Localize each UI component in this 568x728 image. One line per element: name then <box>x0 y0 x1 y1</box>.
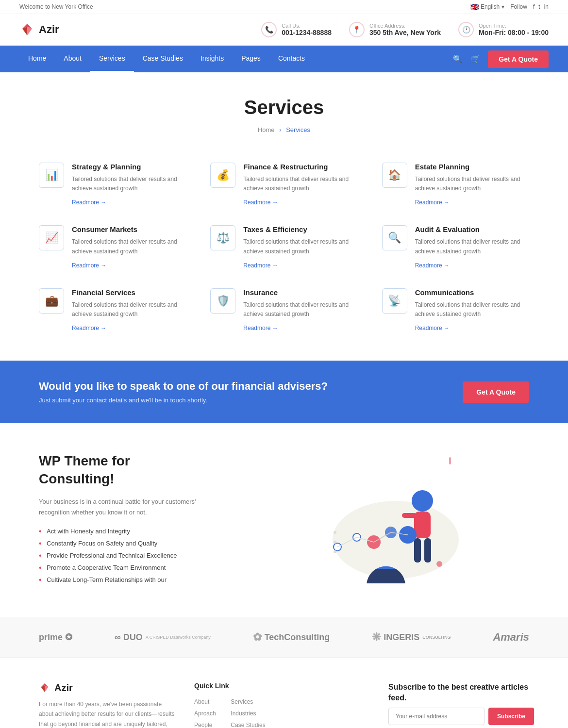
service-content: Estate Planning Tailored solutions that … <box>415 163 529 206</box>
service-icon: 💰 <box>210 163 235 188</box>
breadcrumb-home[interactable]: Home <box>258 126 275 133</box>
service-title: Audit & Evaluation <box>415 225 529 233</box>
hours-info: 🕐 Open Time: Mon-Fri: 08:00 - 19:00 <box>458 22 549 37</box>
readmore-link[interactable]: Readmore → <box>72 325 106 331</box>
facebook-link[interactable]: f <box>533 3 535 10</box>
twitter-link[interactable]: t <box>538 3 540 10</box>
service-content: Communications Tailored solutions that d… <box>415 288 529 331</box>
nav-links: Home About Services Case Studies Insight… <box>19 46 314 72</box>
wp-section: WP Theme for Consulting! Your business i… <box>0 423 568 617</box>
service-title: Taxes & Efficiency <box>243 225 357 233</box>
svg-rect-8 <box>402 513 417 518</box>
cart-icon[interactable]: 🛒 <box>470 54 480 64</box>
footer-links-col1: AboutAproachPeopleReviewsInsights <box>194 697 216 728</box>
logo-icon <box>19 22 35 37</box>
partner-tech: ✿ TechConsulting <box>253 631 330 644</box>
language-selector[interactable]: 🇬🇧 English ▾ <box>470 3 504 11</box>
page-title: Services <box>10 97 558 118</box>
service-title: Financial Services <box>72 288 186 297</box>
partner-duo: ∞ DUOA CRISPED Dateworks Company <box>115 632 211 643</box>
office-address: 350 5th Ave, New York <box>369 29 441 36</box>
readmore-link[interactable]: Readmore → <box>243 199 278 206</box>
footer-link[interactable]: Industries <box>231 710 256 717</box>
service-title: Estate Planning <box>415 163 529 171</box>
get-quote-button[interactable]: Get A Quote <box>488 50 549 68</box>
wp-visual <box>233 457 529 583</box>
top-bar-right: 🇬🇧 English ▾ Follow f t in <box>470 3 549 11</box>
partners-section: prime ✪ ∞ DUOA CRISPED Dateworks Company… <box>0 617 568 657</box>
open-label: Open Time: <box>479 23 549 29</box>
footer-link[interactable]: About <box>194 698 209 705</box>
subscribe-form: Subscribe <box>388 708 534 725</box>
service-desc: Tailored solutions that deliver results … <box>72 237 186 256</box>
cta-quote-button[interactable]: Get A Quote <box>463 381 529 403</box>
footer-link[interactable]: Services <box>231 698 253 705</box>
service-card: 📊 Strategy & Planning Tailored solutions… <box>39 163 186 206</box>
footer-links-col2: ServicesIndustriesCase StudiesShopContac… <box>231 697 265 728</box>
nav-item-home[interactable]: Home <box>19 46 55 72</box>
readmore-link[interactable]: Readmore → <box>415 325 450 331</box>
nav-item-pages[interactable]: Pages <box>233 46 269 72</box>
service-title: Insurance <box>243 288 357 297</box>
service-icon: ⚖️ <box>210 225 235 250</box>
phone-info: 📞 Call Us: 001-1234-88888 <box>261 22 332 37</box>
partner-amaris: Amaris <box>493 631 529 644</box>
svg-rect-6 <box>414 538 421 563</box>
clock-icon: 🕐 <box>458 22 474 37</box>
svg-rect-7 <box>424 538 431 563</box>
subscribe-email-input[interactable] <box>388 708 484 725</box>
partner-prime: prime ✪ <box>39 632 72 643</box>
footer-link[interactable]: Aproach <box>194 710 216 717</box>
wp-desc: Your business is in a continual battle f… <box>39 496 204 518</box>
nav-item-contacts[interactable]: Contacts <box>269 46 314 72</box>
service-desc: Tailored solutions that deliver results … <box>72 300 186 319</box>
service-icon: 🛡️ <box>210 288 235 314</box>
footer-quick-links: Quick Link AboutAproachPeopleReviewsInsi… <box>194 682 272 728</box>
cta-text: Would you like to speak to one of our fi… <box>39 380 328 404</box>
service-card: 💼 Financial Services Tailored solutions … <box>39 288 186 331</box>
nav-item-case-studies[interactable]: Case Studies <box>134 46 192 72</box>
linkedin-link[interactable]: in <box>544 3 549 10</box>
wp-list-item: Act with Honesty and Integrity <box>39 528 204 535</box>
partner-ingeris: ❋ INGERISCONSULTING <box>372 631 451 644</box>
services-section: 📊 Strategy & Planning Tailored solutions… <box>0 148 568 361</box>
footer-brand-desc: For more than 40 years, we've been passi… <box>39 699 175 728</box>
readmore-link[interactable]: Readmore → <box>415 199 450 206</box>
call-number: 001-1234-88888 <box>282 29 332 36</box>
social-links: f t in <box>533 3 549 10</box>
wp-content: WP Theme for Consulting! Your business i… <box>39 452 204 588</box>
wp-title: WP Theme for Consulting! <box>39 452 204 488</box>
office-label: Office Address: <box>369 23 441 29</box>
subscribe-button[interactable]: Subscribe <box>488 708 534 725</box>
svg-point-4 <box>412 490 433 512</box>
call-label: Call Us: <box>282 23 332 29</box>
nav-item-services[interactable]: Services <box>90 46 134 72</box>
search-icon[interactable]: 🔍 <box>453 54 463 64</box>
service-icon: 💼 <box>39 288 64 314</box>
service-content: Finance & Restructuring Tailored solutio… <box>243 163 357 206</box>
readmore-link[interactable]: Readmore → <box>72 199 106 206</box>
service-title: Consumer Markets <box>72 225 186 233</box>
readmore-link[interactable]: Readmore → <box>243 325 278 331</box>
nav-item-insights[interactable]: Insights <box>192 46 233 72</box>
readmore-link[interactable]: Readmore → <box>243 262 278 269</box>
wp-list: Act with Honesty and IntegrityConstantly… <box>39 528 204 583</box>
readmore-link[interactable]: Readmore → <box>72 262 106 269</box>
service-card: ⚖️ Taxes & Efficiency Tailored solutions… <box>210 225 357 268</box>
footer-link[interactable]: People <box>194 722 212 728</box>
service-card: 📡 Communications Tailored solutions that… <box>382 288 529 331</box>
svg-point-20 <box>334 550 336 553</box>
logo[interactable]: Azir <box>19 22 59 37</box>
top-bar: Welcome to New York Office 🇬🇧 English ▾ … <box>0 0 568 14</box>
readmore-link[interactable]: Readmore → <box>415 262 450 269</box>
service-desc: Tailored solutions that deliver results … <box>415 175 529 193</box>
nav-item-about[interactable]: About <box>55 46 90 72</box>
service-content: Audit & Evaluation Tailored solutions th… <box>415 225 529 268</box>
phone-icon: 📞 <box>261 22 277 37</box>
wp-list-item: Cultivate Long-Term Relationships with o… <box>39 576 204 583</box>
footer-link[interactable]: Case Studies <box>231 722 265 728</box>
footer: Azir For more than 40 years, we've been … <box>0 657 568 728</box>
footer-logo-icon <box>39 682 50 694</box>
svg-rect-22 <box>449 457 451 464</box>
footer-subscribe-title: Subscribe to the best creative articles … <box>388 682 534 704</box>
